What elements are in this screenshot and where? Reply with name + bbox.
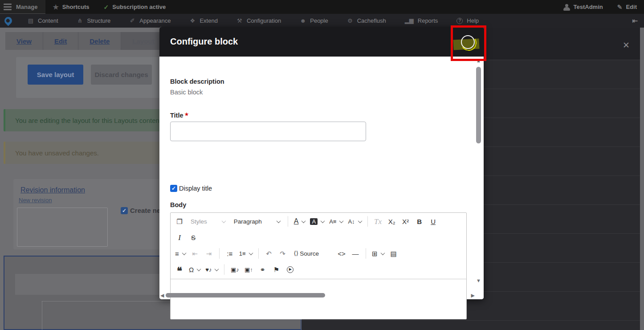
drupal-media-button[interactable]: ▣♪ (229, 263, 240, 276)
display-title-checkbox[interactable]: ✓ (170, 185, 177, 192)
toolbar-item-shortcuts[interactable]: ★ Shortcuts (45, 3, 96, 11)
toolbar-right-group: TestAdmin ✎ Edit (556, 4, 644, 11)
dialog-header: Configure block (159, 27, 484, 57)
paragraph-dropdown[interactable]: Paragraph (231, 215, 283, 228)
drupal-logo[interactable] (3, 15, 13, 26)
media-play-button[interactable]: ▶ (285, 263, 295, 276)
flag-button[interactable]: ⚑ (271, 263, 281, 276)
font-family-button[interactable]: A≡ (328, 215, 344, 228)
menu-item-label: Content (38, 17, 58, 24)
toolbar-item-manage[interactable]: Manage (0, 0, 45, 14)
source-button[interactable]: ⟨⟩ Source (291, 247, 333, 260)
status-message-text: You are editing the layout for this Layo… (15, 117, 159, 124)
scroll-right-icon[interactable]: ▶ (471, 293, 475, 298)
admin-toolbar: Manage ★ Shortcuts ✓ Subscription active… (0, 0, 644, 14)
strikethrough-button[interactable]: S (188, 231, 199, 244)
star-icon: ★ (53, 3, 58, 11)
editor-toolbar-row-3: ≡ ⇤ ⇥ (172, 245, 465, 261)
menu-content[interactable]: ▤ Content (18, 14, 68, 28)
menu-item-label: Help (467, 17, 479, 24)
scroll-up-icon[interactable]: ▲ (476, 58, 481, 63)
menu-item-icon: ❖ (189, 17, 196, 24)
image-upload-button[interactable]: ▣↑ (243, 263, 254, 276)
block-description-value: Basic block (170, 89, 203, 96)
discard-changes-button[interactable]: Discard changes (91, 65, 152, 85)
maximize-icon[interactable]: ❐ (174, 215, 185, 228)
menu-help[interactable]: ? Help (447, 14, 488, 28)
menu-item-label: Structure (87, 17, 111, 24)
code-button[interactable]: <> (336, 247, 347, 260)
editor-toolbar: ❐ Styles Paragraph (171, 213, 466, 279)
superscript-button[interactable]: X² (400, 215, 411, 228)
admin-menu: ▤ Content ⋔ Structure ✐ Appearance ❖ Ext… (18, 14, 488, 28)
save-layout-button[interactable]: Save layout (28, 65, 83, 85)
dialog-vertical-scrollbar[interactable]: ▲ ▼ (475, 58, 482, 290)
tray-scrollbar[interactable] (640, 28, 644, 330)
tray-close-icon[interactable]: ✕ (623, 40, 630, 50)
special-characters-dropdown[interactable]: Ω (188, 263, 201, 276)
pencil-icon: ✎ (617, 4, 623, 11)
editor-toolbar-row-1: ❐ Styles Paragraph (172, 213, 465, 229)
subscription-status: ✓ Subscription active (97, 4, 173, 11)
shortcuts-label: Shortcuts (62, 4, 90, 10)
menu-reports[interactable]: ▂▆ Reports (395, 14, 448, 28)
edit-label: Edit (626, 4, 637, 10)
undo-button[interactable]: ↶ (264, 247, 274, 260)
font-size-button[interactable]: A↕ (347, 215, 362, 228)
dialog-horizontal-scrollbar[interactable]: ◀ ▶ (160, 292, 475, 299)
menu-item-icon: ☻ (300, 17, 306, 24)
italic-button[interactable]: I (174, 231, 185, 244)
font-color-button[interactable]: A (293, 215, 306, 228)
indent-button[interactable]: ⇥ (204, 247, 214, 260)
underline-button[interactable]: U (428, 215, 439, 228)
page-break-button[interactable]: ▤ (388, 247, 399, 260)
menu-item-icon: ? (457, 18, 463, 24)
toolbar-item-edit[interactable]: ✎ Edit (610, 4, 644, 11)
body-field-label: Body (170, 201, 186, 208)
text-alignment-dropdown[interactable]: ≡ (174, 247, 187, 260)
menu-item-icon: ⚒ (236, 17, 243, 24)
toolbar-item-user[interactable]: TestAdmin (556, 4, 610, 10)
tab-view[interactable]: View (5, 32, 43, 50)
media-buttons-dropdown[interactable]: ♥♪ (204, 263, 219, 276)
horizontal-line-button[interactable]: — (350, 247, 361, 260)
font-background-color-button[interactable]: A (309, 215, 325, 228)
styles-dropdown[interactable]: Styles (188, 215, 228, 228)
outdent-button[interactable]: ⇤ (190, 247, 200, 260)
link-button[interactable]: ⚭ (257, 263, 268, 276)
hamburger-icon (4, 4, 12, 10)
horizontal-scroll-thumb[interactable] (166, 293, 325, 297)
bold-button[interactable]: B (414, 215, 425, 228)
toolbar-separator (219, 248, 220, 259)
collapse-toolbar-icon[interactable]: ⇤ (632, 17, 644, 25)
tab-edit[interactable]: Edit (43, 32, 78, 50)
insert-table-dropdown[interactable]: ⊞ (371, 247, 385, 260)
editor-content-area[interactable] (171, 279, 466, 319)
block-quote-button[interactable]: ❝ (174, 263, 185, 276)
menu-item-label: People (310, 17, 328, 24)
bulleted-list-button[interactable]: :≡ (224, 247, 235, 260)
title-input[interactable] (170, 122, 366, 141)
required-marker: ★ (185, 112, 189, 117)
tab-delete[interactable]: Delete (78, 32, 121, 50)
menu-extend[interactable]: ❖ Extend (180, 14, 227, 28)
create-new-checkbox[interactable]: ✓ (121, 207, 128, 214)
numbered-list-dropdown[interactable]: 1≡ (238, 247, 253, 260)
scroll-down-arrow-icon[interactable]: ▼ (476, 278, 481, 283)
menu-cacheflush[interactable]: ⚙ Cacheflush (338, 14, 395, 28)
menu-appearance[interactable]: ✐ Appearance (120, 14, 180, 28)
menu-people[interactable]: ☻ People (290, 14, 337, 28)
subscript-button[interactable]: X₂ (387, 215, 397, 228)
toolbar-separator (367, 216, 368, 227)
revision-panel (17, 208, 108, 247)
scroll-left-icon[interactable]: ◀ (160, 293, 164, 298)
redo-button[interactable]: ↷ (277, 247, 288, 260)
vertical-scroll-thumb[interactable] (476, 67, 481, 143)
revision-information-link[interactable]: Revision information (20, 186, 85, 194)
new-revision-link[interactable]: New revision (19, 197, 52, 204)
menu-configuration[interactable]: ⚒ Configuration (227, 14, 290, 28)
editor-toolbar-row-4: ❝ Ω ♥♪ (172, 261, 465, 277)
menu-structure[interactable]: ⋔ Structure (68, 14, 120, 28)
remove-format-button[interactable]: Tx (373, 215, 383, 228)
menu-item-label: Appearance (139, 17, 171, 24)
